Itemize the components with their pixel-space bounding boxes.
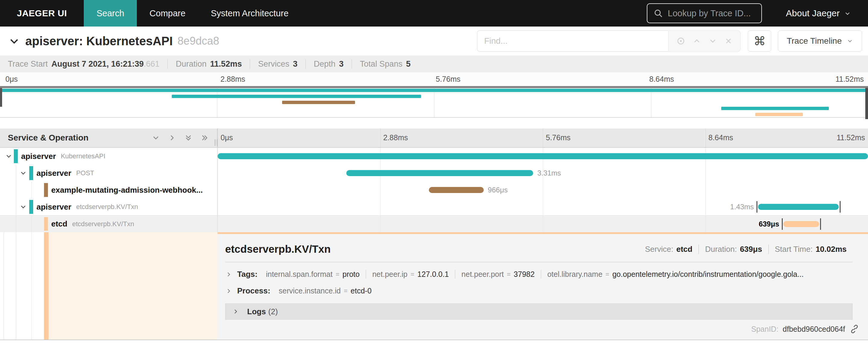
process-key: service.instance.id [279, 287, 341, 295]
expand-chevron-right-icon [225, 271, 232, 278]
span-bar[interactable]: 966μs [429, 187, 484, 193]
find-input[interactable] [477, 30, 668, 52]
indent-guide [31, 181, 32, 198]
top-nav: JAEGER UI Search Compare System Architec… [0, 0, 868, 27]
collapse-all-double-chevron-down-icon[interactable] [184, 133, 193, 142]
span-bar[interactable]: 3.31ms [346, 170, 533, 176]
trace-view-selector-label: Trace Timeline [786, 36, 842, 46]
span-bar[interactable]: 639μs [783, 221, 819, 227]
spanid-value: dfbebd960ced064f [783, 325, 845, 334]
trace-id-short: 8e9dca8 [178, 35, 219, 47]
nav-item-compare[interactable]: Compare [137, 0, 198, 27]
next-match-chevron-down-icon[interactable] [708, 36, 717, 46]
tag-value: 127.0.0.1 [417, 270, 449, 279]
service-operation-title: Service & Operation [8, 133, 89, 143]
stat-value: August 7 2021, 16:21:39 [52, 59, 144, 69]
collapse-trace-chevron-icon[interactable] [8, 35, 20, 47]
nav-item-search[interactable]: Search [84, 0, 137, 27]
detail-start-time: Start Time: 10.02ms [768, 245, 852, 254]
stat-label: Total Spans [360, 59, 402, 69]
keyboard-shortcuts-button[interactable]: ⌘ [748, 30, 771, 52]
app-logo[interactable]: JAEGER UI [0, 0, 84, 27]
expand-chevron-right-icon [225, 287, 232, 295]
span-row-example-mutating-admission-webhook[interactable]: example-mutating-admission-webhook... 96… [0, 181, 868, 198]
collapse-span-chevron-icon[interactable] [19, 169, 27, 177]
timeline-minimap[interactable] [0, 86, 868, 118]
process-item: service.instance.id = etcd-0 [273, 287, 378, 295]
collapse-span-chevron-icon[interactable] [5, 152, 13, 160]
span-detail-indent-zone [0, 232, 218, 340]
trace-view-selector[interactable]: Trace Timeline [778, 30, 862, 52]
stat-value: 5 [406, 59, 410, 69]
span-start-marker [782, 218, 783, 230]
span-operation: etcdserverpb.KV/Txn [76, 203, 138, 211]
span-row-apiserver-post[interactable]: apiserver POST 3.31ms [0, 165, 868, 181]
span-start-marker [756, 201, 757, 212]
equals-sign: = [606, 270, 610, 278]
axis-tick: 0μs [221, 133, 233, 142]
axis-tick: 8.64ms [649, 75, 674, 84]
span-duration-label: 1.43ms [730, 203, 754, 211]
span-service: apiserver [36, 202, 71, 212]
indent-guide [16, 181, 16, 198]
detail-meta: Service: etcd Duration: 639μs Start Time… [639, 245, 852, 254]
span-row-apiserver-kubernetesapi[interactable]: apiserver KubernetesAPI [0, 148, 868, 165]
span-row-apiserver-etcd-txn[interactable]: apiserver etcdserverpb.KV/Txn 1.43ms [0, 198, 868, 215]
span-color-bar [29, 166, 33, 180]
trace-id-lookup-input[interactable] [668, 8, 781, 19]
span-bar[interactable]: 1.43ms [758, 204, 839, 210]
collapse-span-chevron-icon[interactable] [19, 203, 27, 211]
tag-value: go.opentelemetry.io/contrib/instrumentat… [613, 270, 804, 279]
expand-chevron-right-icon [232, 308, 239, 315]
axis-gridline [706, 128, 706, 147]
detail-service-value: etcd [676, 245, 692, 254]
expand-all-double-chevron-right-icon[interactable] [200, 133, 209, 142]
trace-header: apiserver: KubernetesAPI 8e9dca8 [0, 27, 868, 56]
minimap-drag-handle-right[interactable] [865, 88, 868, 119]
focus-match-icon[interactable] [676, 36, 685, 46]
expand-one-chevron-right-icon[interactable] [167, 133, 177, 142]
axis-tick: 8.64ms [709, 133, 733, 142]
about-jaeger-label: About Jaeger [786, 8, 840, 19]
clear-find-x-icon[interactable] [724, 37, 733, 45]
nav-item-system-architecture[interactable]: System Architecture [198, 0, 301, 27]
process-expander-row[interactable]: Process: service.instance.id = etcd-0 [225, 286, 861, 295]
collapse-one-chevron-down-icon[interactable] [151, 133, 160, 142]
tag-item: net.peer.port = 37982 [455, 270, 541, 279]
minimap-drag-handle-left[interactable] [0, 88, 2, 107]
axis-tick: 11.52ms [835, 75, 864, 84]
stat-label: Depth [314, 59, 336, 69]
tags-expander-row[interactable]: Tags: internal.span.format = proto net.p… [225, 269, 861, 279]
span-bar[interactable] [218, 153, 868, 159]
trace-id-lookup[interactable] [647, 3, 762, 23]
stat-duration: Duration 11.52ms [167, 59, 250, 69]
span-color-bar [29, 200, 33, 214]
service-operation-header: Service & Operation [0, 128, 218, 147]
detail-start-time-value: 10.02ms [815, 245, 846, 254]
span-rows: apiserver KubernetesAPI apiserver POST 3… [0, 148, 868, 232]
chevron-down-icon [846, 38, 853, 44]
logs-expander[interactable]: Logs (2) [225, 304, 852, 320]
detail-duration-value: 639μs [740, 245, 762, 254]
stat-value: 11.52ms [210, 59, 242, 69]
minimap-axis: 0μs 2.88ms 5.76ms 8.64ms 11.52ms [0, 73, 868, 86]
span-row-etcd-txn-selected[interactable]: etcd etcdserverpb.KV/Txn 639μs [0, 215, 868, 232]
axis-tick: 5.76ms [546, 133, 570, 142]
selected-span-accent-bar [44, 232, 49, 340]
detail-service: Service: etcd [639, 245, 698, 254]
column-resize-grip[interactable] [215, 139, 218, 146]
minimap-scrubber-track[interactable] [0, 86, 868, 88]
deep-link-icon[interactable] [849, 324, 860, 334]
stat-value-fraction: .661 [144, 59, 160, 69]
tag-item: net.peer.ip = 127.0.0.1 [366, 270, 455, 279]
minimap-span-bar [0, 89, 868, 92]
process-label: Process: [237, 286, 270, 295]
span-color-bar [44, 217, 48, 231]
about-jaeger-menu[interactable]: About Jaeger [786, 0, 851, 27]
span-detail-card: etcdserverpb.KV/Txn Service: etcd Durati… [218, 232, 868, 340]
prev-match-chevron-up-icon[interactable] [692, 36, 701, 46]
stat-label: Trace Start [8, 59, 48, 69]
equals-sign: = [410, 270, 414, 278]
span-operation: etcdserverpb.KV/Txn [72, 220, 134, 228]
minimap-span-bar [755, 113, 803, 116]
